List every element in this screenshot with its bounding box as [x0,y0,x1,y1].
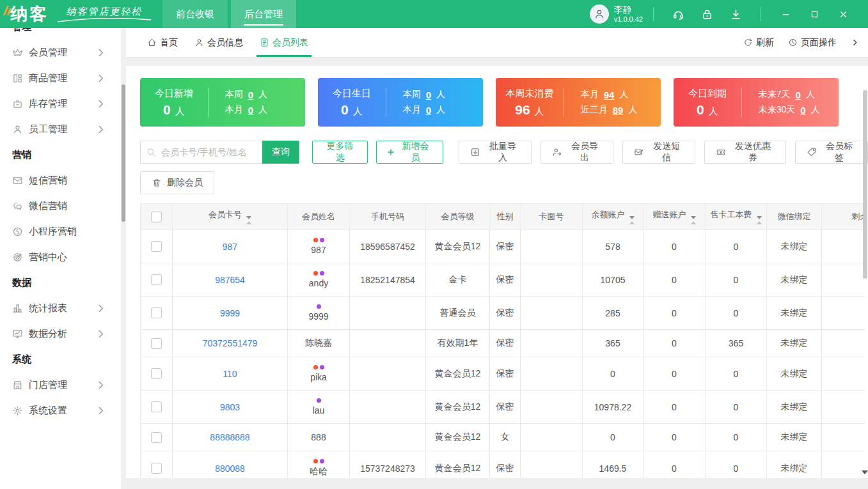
sort-desc-icon[interactable] [246,216,251,219]
member-card-link[interactable]: 110 [223,369,237,379]
sidebar-item[interactable]: 营销中心 [0,244,121,270]
stat-detail-value[interactable]: 89 [613,105,624,116]
sidebar-item[interactable]: 系统设置 [0,398,121,423]
more-filter-button[interactable]: 更多筛选 [312,141,368,164]
query-button[interactable]: 查询 [262,141,299,164]
member-card-link[interactable]: 9803 [220,402,240,412]
row-checkbox[interactable] [151,307,162,318]
maximize-button[interactable] [810,10,819,19]
row-checkbox[interactable] [151,274,162,285]
gender-cell: 保密 [490,330,521,357]
stat-card: 今日新增0人本周0人本月0人 [140,78,305,127]
tab-page[interactable]: 首页 [139,28,186,57]
sidebar-item[interactable]: 会员管理 [0,40,121,65]
sort-desc-icon[interactable] [691,216,696,219]
row-checkbox[interactable] [151,368,162,379]
sidebar-scrollbar[interactable] [121,28,126,489]
stat-detail-value[interactable]: 94 [604,89,615,100]
page-ops-label: 页面操作 [801,37,837,49]
delete-member-button[interactable]: 删除会员 [140,171,214,194]
page-ops-expand-icon[interactable] [851,38,859,47]
sidebar-item-label: 数据分析 [29,328,95,340]
sidebar-item[interactable]: 库存管理 [0,91,121,116]
extra-cell [822,230,865,263]
sidebar-scrollbar-thumb[interactable] [122,84,125,222]
sort-asc-icon[interactable] [691,221,696,224]
select-all-checkbox[interactable] [151,212,162,222]
close-button[interactable] [839,10,848,19]
sort-desc-icon[interactable] [629,216,635,219]
topbar-nav-tab[interactable]: 前台收银 [162,0,228,28]
card-face-cell [521,330,583,357]
sort-asc-icon[interactable] [246,221,251,224]
lock-icon[interactable] [701,8,713,20]
member-card-link[interactable]: 70372551479 [203,338,258,348]
stat-detail-value[interactable]: 0 [248,89,253,100]
member-card-link[interactable]: 987654 [215,275,245,285]
gender-cell: 保密 [490,263,521,297]
member-name-cell: lau [288,391,350,424]
chevron-right-icon [95,405,106,416]
sort-arrows[interactable] [691,216,696,224]
toolbar-button[interactable]: 会员导出 [541,141,613,164]
sort-arrows[interactable] [757,216,762,224]
stat-card-number: 0 [163,102,171,117]
toolbar-button[interactable]: 发送短信 [622,141,695,164]
wechat-bind-cell: 未绑定 [767,330,822,357]
extra-cell [822,263,865,297]
toolbar-button[interactable]: 批量导入 [459,141,532,164]
tab-active[interactable]: 会员列表 [251,28,317,57]
row-checkbox[interactable] [151,432,162,443]
row-checkbox[interactable] [151,338,162,349]
row-checkbox[interactable] [151,401,162,412]
stat-detail-value[interactable]: 0 [248,105,253,116]
sidebar-item[interactable]: 员工管理 [0,116,121,142]
sort-asc-icon[interactable] [629,221,635,224]
sidebar-item[interactable]: 小程序营销 [0,219,121,244]
stat-detail-value[interactable]: 0 [800,105,805,116]
search-input[interactable] [140,141,262,164]
sidebar-item[interactable]: 微信营销 [0,193,121,219]
balance-cell: 0 [583,424,643,451]
main-scrollbar-thumb[interactable] [863,90,867,279]
sort-arrows[interactable] [629,216,635,224]
page-tabs: 首页会员信息会员列表 [139,28,317,57]
stat-detail-row: 未来7天0人 [759,89,839,100]
sort-asc-icon[interactable] [757,221,762,224]
refresh-button[interactable]: 刷新 [743,37,774,49]
stat-detail-value[interactable]: 0 [426,89,431,100]
add-member-button[interactable]: 新增会员 [376,141,443,164]
sort-arrows[interactable] [246,216,251,224]
scrollbar-down-arrow-icon[interactable] [862,470,868,474]
stat-detail-label: 近三月 [581,104,608,116]
row-checkbox[interactable] [151,463,162,474]
member-card-link[interactable]: 88888888 [210,432,249,442]
column-header-label: 会员卡号 [209,210,242,219]
sidebar-item[interactable]: 门店管理 [0,372,121,398]
member-card-link[interactable]: 880088 [215,463,245,474]
headset-icon[interactable] [672,8,684,20]
member-card-link[interactable]: 987 [223,242,237,252]
export-icon [552,147,562,157]
page-ops-button[interactable]: 页面操作 [788,37,837,49]
sidebar-item[interactable]: 数据分析 [0,321,121,346]
avatar[interactable] [590,4,609,24]
sidebar-item[interactable]: 短信营销 [0,167,121,193]
stat-detail-value[interactable]: 0 [796,89,801,100]
sidebar-item[interactable]: 商品管理 [0,65,121,91]
row-checkbox[interactable] [151,241,162,252]
toolbar-button[interactable]: 发送优惠券 [704,141,786,164]
topbar-nav-tab[interactable]: 后台管理 [231,0,296,28]
download-icon[interactable] [730,8,742,20]
stat-card-main: 今日到期0人 [674,88,741,118]
toolbar-button[interactable]: 会员标签 [795,141,868,164]
main-scrollbar[interactable] [862,66,868,478]
sort-desc-icon[interactable] [757,216,762,219]
tab-page[interactable]: 会员信息 [186,28,251,57]
sidebar: 管理会员管理商品管理库存管理员工管理营销短信营销微信营销小程序营销营销中心数据统… [0,28,121,489]
minimize-button[interactable] [781,10,791,19]
member-card-link[interactable]: 9999 [220,308,240,318]
sidebar-item[interactable]: 统计报表 [0,295,121,321]
chevron-right-icon [95,124,106,135]
stat-detail-value[interactable]: 0 [426,105,431,116]
